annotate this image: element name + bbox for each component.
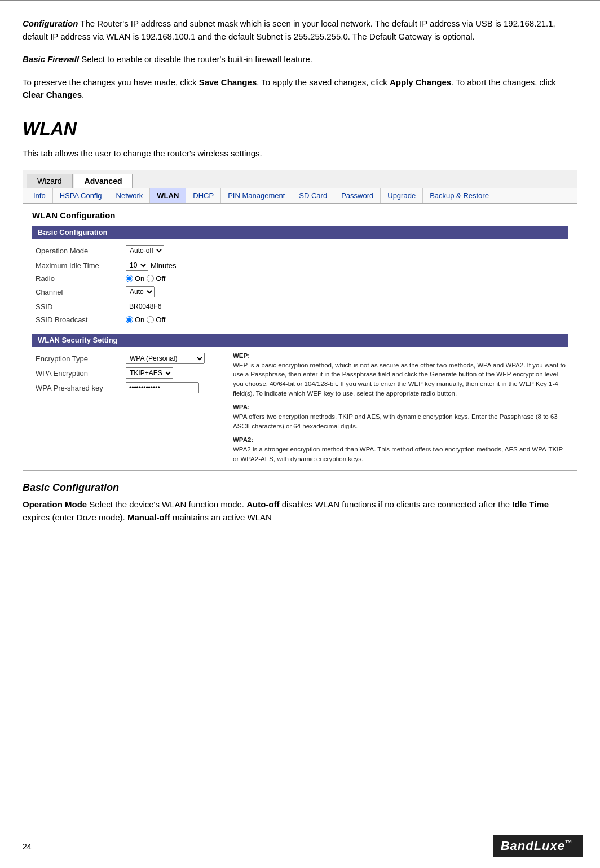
idle-time-select[interactable]: 10	[126, 260, 148, 271]
tab-nav-hspa-config[interactable]: HSPA Config	[53, 188, 109, 203]
radio-off-label[interactable]: Off	[147, 274, 165, 283]
tab-wizard[interactable]: Wizard	[27, 174, 73, 188]
tab-nav-network[interactable]: Network	[109, 188, 151, 203]
tab-nav-sd-card[interactable]: SD Card	[292, 188, 334, 203]
table-row: Channel Auto	[32, 284, 568, 299]
operation-mode-select[interactable]: Auto-off	[126, 245, 164, 256]
tab-nav-backup-restore[interactable]: Backup & Restore	[423, 188, 496, 203]
radio-on-input[interactable]	[126, 275, 133, 282]
bottom-text-4: maintains an active WLAN	[170, 512, 272, 522]
security-layout: Encryption Type WPA (Personal) WPA Encry…	[32, 351, 568, 463]
config-paragraph: Configuration The Router's IP address an…	[23, 17, 577, 43]
ssid-broadcast-label: SSID Broadcast	[32, 314, 122, 326]
basic-config-header: Basic Configuration	[32, 226, 568, 239]
firewall-paragraph: Basic Firewall Select to enable or disab…	[23, 53, 577, 66]
encryption-type-select[interactable]: WPA (Personal)	[126, 353, 205, 364]
nav-tab-bar: Info HSPA Config Network WLAN DHCP PIN M…	[23, 188, 577, 204]
firewall-bold: Basic Firewall	[23, 54, 79, 64]
wpa-help-text: WPA offers two encryption methods, TKIP …	[233, 412, 568, 431]
encryption-type-label: Encryption Type	[32, 351, 122, 366]
wep-help-text: WEP is a basic encryption method, which …	[233, 361, 568, 398]
table-row: SSID Broadcast On Off	[32, 314, 568, 326]
ssid-value	[122, 299, 568, 314]
table-row: SSID	[32, 299, 568, 314]
security-table: Encryption Type WPA (Personal) WPA Encry…	[32, 351, 224, 395]
bottom-text-3: expires (enter Doze mode).	[23, 512, 127, 522]
brand-logo: BandLuxe™	[493, 835, 583, 857]
wpa2-help-text: WPA2 is a stronger encryption method tha…	[233, 445, 568, 463]
security-config-header: WLAN Security Setting	[32, 334, 568, 347]
wpa2-help-title: WPA2:	[233, 435, 568, 445]
operation-mode-value: Auto-off	[122, 243, 568, 258]
ssid-broadcast-on-input[interactable]	[126, 316, 133, 323]
wpa-encryption-select[interactable]: TKIP+AES	[126, 367, 173, 379]
wpa-encryption-label: WPA Encryption	[32, 366, 122, 380]
security-help: WEP: WEP is a basic encryption method, w…	[233, 351, 568, 463]
bottom-text-paragraph: Operation Mode Select the device's WLAN …	[23, 498, 577, 524]
save-instructions-paragraph: To preserve the changes you have made, c…	[23, 76, 577, 102]
brand-tm: ™	[565, 839, 573, 847]
ssid-input[interactable]	[126, 301, 193, 312]
radio-on-label[interactable]: On	[126, 274, 144, 283]
operation-mode-label: Operation Mode	[32, 243, 122, 258]
tab-nav-wlan[interactable]: WLAN	[150, 188, 186, 203]
manual-off-bold: Manual-off	[127, 512, 170, 522]
tab-widget: Wizard Advanced Info HSPA Config Network…	[23, 170, 577, 471]
ssid-broadcast-off-input[interactable]	[147, 316, 154, 323]
wlan-description: This tab allows the user to change the r…	[23, 147, 577, 160]
auto-off-bold: Auto-off	[246, 499, 279, 509]
bottom-text-1: Select the device's WLAN function mode.	[87, 499, 246, 509]
table-row: Operation Mode Auto-off	[32, 243, 568, 258]
ssid-broadcast-on-label[interactable]: On	[126, 315, 144, 324]
radio-off-input[interactable]	[147, 275, 154, 282]
bottom-basic-config-heading: Basic Configuration	[23, 482, 577, 494]
table-row: Encryption Type WPA (Personal)	[32, 351, 224, 366]
idle-time-label: Maximum Idle Time	[32, 258, 122, 273]
ssid-broadcast-off-label[interactable]: Off	[147, 315, 165, 324]
basic-config-table: Operation Mode Auto-off Maximum Idle Tim…	[32, 243, 568, 326]
tab-advanced[interactable]: Advanced	[74, 174, 133, 188]
security-left: Encryption Type WPA (Personal) WPA Encry…	[32, 351, 224, 463]
channel-value: Auto	[122, 284, 568, 299]
wlan-heading: WLAN	[23, 119, 577, 139]
operation-mode-bold: Operation Mode	[23, 499, 87, 509]
bottom-text-2: disables WLAN functions if no clients ar…	[280, 499, 513, 509]
top-tab-bar: Wizard Advanced	[23, 170, 577, 188]
wpa-psk-label: WPA Pre-shared key	[32, 380, 122, 395]
ssid-label: SSID	[32, 299, 122, 314]
wlan-config-title: WLAN Configuration	[32, 211, 568, 220]
firewall-text: Select to enable or disable the router's…	[79, 54, 312, 64]
config-bold: Configuration	[23, 19, 78, 28]
wpa-psk-value	[122, 380, 224, 395]
wpa-help-title: WPA:	[233, 402, 568, 412]
table-row: Radio On Off	[32, 273, 568, 284]
table-row: WPA Pre-shared key	[32, 380, 224, 395]
radio-value: On Off	[122, 273, 568, 284]
minutes-label: Minutes	[151, 261, 177, 270]
wpa-psk-input[interactable]	[126, 382, 199, 393]
page-number: 24	[23, 842, 32, 851]
tab-nav-password[interactable]: Password	[334, 188, 381, 203]
tab-nav-upgrade[interactable]: Upgrade	[381, 188, 423, 203]
ssid-broadcast-value: On Off	[122, 314, 568, 326]
tab-nav-info[interactable]: Info	[27, 188, 53, 203]
wpa-encryption-value: TKIP+AES	[122, 366, 224, 380]
channel-select[interactable]: Auto	[126, 286, 155, 297]
encryption-type-value: WPA (Personal)	[122, 351, 224, 366]
tab-body: WLAN Configuration Basic Configuration O…	[23, 204, 577, 470]
wep-help-title: WEP:	[233, 351, 568, 361]
channel-label: Channel	[32, 284, 122, 299]
tab-nav-dhcp[interactable]: DHCP	[186, 188, 221, 203]
radio-label: Radio	[32, 273, 122, 284]
table-row: Maximum Idle Time 10 Minutes	[32, 258, 568, 273]
idle-time-value: 10 Minutes	[122, 258, 568, 273]
table-row: WPA Encryption TKIP+AES	[32, 366, 224, 380]
config-text: The Router's IP address and subnet mask …	[23, 19, 555, 41]
tab-nav-pin-management[interactable]: PIN Management	[221, 188, 292, 203]
idle-time-bold: Idle Time	[512, 499, 549, 509]
save-instructions-text: To preserve the changes you have made, c…	[23, 77, 556, 100]
brand-name: BandLuxe	[501, 839, 565, 853]
